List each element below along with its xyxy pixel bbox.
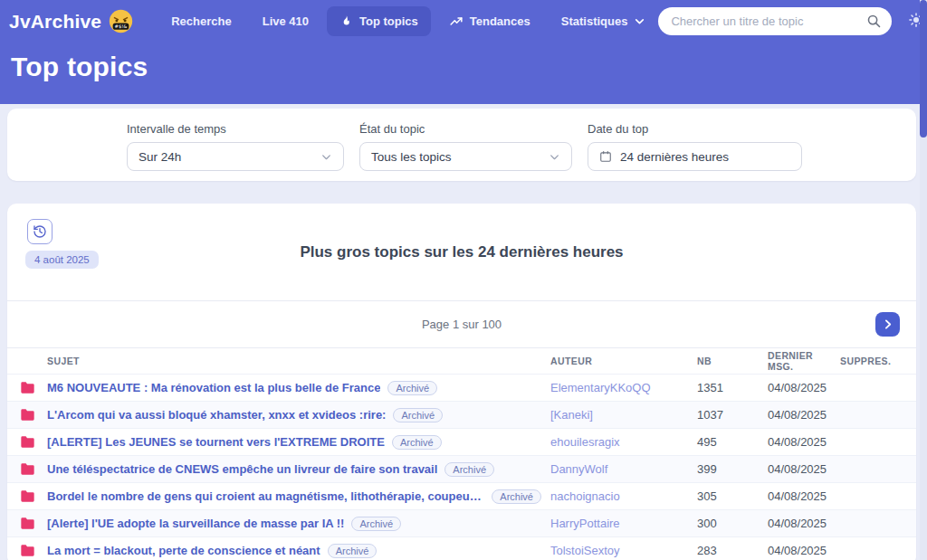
col-nb: NB — [697, 356, 768, 366]
col-subject: SUJET — [47, 356, 550, 366]
chevron-down-icon — [549, 151, 560, 163]
search-box — [658, 7, 892, 35]
chevron-down-icon — [320, 151, 332, 163]
pagination-label: Page 1 sur 100 — [422, 318, 502, 331]
flame-icon — [339, 14, 353, 28]
table-row[interactable]: M6 NOUVEAUTE : Ma rénovation est la plus… — [7, 374, 916, 401]
nav-label: Statistiques — [561, 14, 628, 28]
pagination-row: Page 1 sur 100 — [7, 300, 916, 347]
archived-badge: Archivé — [393, 408, 443, 422]
folder-icon — [20, 517, 35, 530]
table-row[interactable]: Bordel le nombre de gens qui croient au … — [7, 482, 916, 509]
filter-interval: Intervalle de temps Sur 24h — [127, 122, 344, 181]
calendar-icon — [599, 150, 612, 163]
author-link[interactable]: nachoignacio — [550, 489, 697, 503]
message-count: 1037 — [697, 408, 768, 422]
nav-label: Tendances — [470, 14, 530, 28]
date-badge[interactable]: 4 août 2025 — [25, 251, 99, 269]
table-row[interactable]: [Alerte] l'UE adopte la surveillance de … — [7, 509, 916, 536]
topic-link[interactable]: [ALERTE] Les JEUNES se tournent vers l'E… — [47, 435, 385, 449]
folder-icon — [20, 489, 35, 503]
chevron-down-icon — [634, 15, 645, 27]
nav-item-recherche[interactable]: Recherche — [158, 6, 244, 36]
table-row[interactable]: Une téléspectatrice de CNEWS empêche un … — [7, 455, 916, 482]
archived-badge: Archivé — [351, 517, 401, 531]
topic-link[interactable]: La mort = blackout, perte de conscience … — [47, 544, 320, 557]
archived-badge: Archivé — [492, 489, 541, 504]
board-header: 4 août 2025 Plus gros topics sur les 24 … — [7, 204, 916, 300]
last-message-date: 04/08/2025 — [768, 517, 840, 530]
filter-interval-label: Intervalle de temps — [127, 122, 344, 136]
author-link[interactable]: ElementaryKKoQQ — [550, 381, 697, 394]
main-nav: Recherche Live 410 Top topics Tendances … — [158, 6, 658, 36]
archived-badge: Archivé — [387, 381, 437, 395]
history-icon — [33, 224, 47, 239]
header: JvArchive #$!& Recherche Live 410 T — [0, 0, 927, 104]
page-title: Top topics — [7, 43, 916, 82]
interval-value: Sur 24h — [139, 150, 320, 164]
nav-item-live[interactable]: Live 410 — [250, 6, 321, 36]
table-header: SUJET AUTEUR NB DERNIER MSG. SUPPRES. — [7, 348, 916, 374]
nav-item-top-topics[interactable]: Top topics — [327, 6, 431, 36]
col-author: AUTEUR — [550, 356, 697, 366]
table-row[interactable]: [ALERTE] Les JEUNES se tournent vers l'E… — [7, 428, 916, 455]
state-select[interactable]: Tous les topics — [359, 142, 572, 171]
trending-up-icon — [449, 15, 464, 28]
filter-state-label: État du topic — [359, 122, 572, 136]
author-link[interactable]: HarryPottaire — [550, 517, 697, 530]
nav-label: Recherche — [171, 14, 231, 28]
nav-item-statistiques[interactable]: Statistiques — [549, 6, 659, 36]
last-message-date: 04/08/2025 — [768, 544, 840, 557]
topic-link[interactable]: Une téléspectatrice de CNEWS empêche un … — [47, 462, 437, 476]
page-content: Intervalle de temps Sur 24h État du topi… — [0, 104, 927, 560]
message-count: 399 — [697, 462, 768, 476]
folder-icon — [20, 408, 35, 422]
date-value: 24 dernières heures — [620, 150, 790, 164]
nav-item-tendances[interactable]: Tendances — [436, 6, 543, 36]
scrollbar-thumb[interactable] — [920, 0, 927, 138]
search-icon[interactable] — [866, 14, 882, 29]
topic-link[interactable]: Bordel le nombre de gens qui croient au … — [47, 489, 484, 503]
archived-badge: Archivé — [328, 544, 377, 558]
filter-date: Date du top 24 dernières heures — [588, 122, 802, 181]
filters-card: Intervalle de temps Sur 24h État du topi… — [7, 109, 916, 181]
search-input[interactable] — [658, 7, 892, 35]
folder-icon — [20, 435, 35, 449]
last-message-date: 04/08/2025 — [768, 489, 840, 503]
topic-link[interactable]: [Alerte] l'UE adopte la surveillance de … — [47, 517, 344, 530]
author-link[interactable]: TolstoiSextoy — [550, 544, 697, 557]
history-button[interactable] — [27, 219, 53, 244]
author-link[interactable]: ehouilesragix — [550, 435, 697, 449]
table-row[interactable]: L'Arcom qui va aussi bloqué xhamster, xn… — [7, 401, 916, 428]
topbar-right — [658, 7, 926, 35]
author-link[interactable]: DannyWolf — [550, 462, 697, 476]
brand-name: JvArchive — [9, 11, 101, 33]
nav-label: Top topics — [359, 14, 418, 28]
topics-table: SUJET AUTEUR NB DERNIER MSG. SUPPRES. M6… — [7, 347, 916, 560]
chevron-right-icon — [882, 318, 894, 330]
interval-select[interactable]: Sur 24h — [127, 142, 344, 171]
table-row[interactable]: La mort = blackout, perte de conscience … — [7, 536, 916, 560]
next-page-button[interactable] — [875, 312, 900, 337]
message-count: 495 — [697, 435, 768, 449]
topic-link[interactable]: M6 NOUVEAUTE : Ma rénovation est la plus… — [47, 381, 380, 394]
filter-state: État du topic Tous les topics — [359, 122, 572, 181]
svg-text:#$!&: #$!& — [115, 24, 128, 29]
author-link[interactable]: [Kaneki] — [550, 408, 697, 422]
message-count: 305 — [697, 489, 768, 503]
topic-link[interactable]: L'Arcom qui va aussi bloqué xhamster, xn… — [47, 408, 386, 422]
col-deleted: SUPPRES. — [840, 356, 905, 366]
nav-label: Live 410 — [263, 14, 309, 28]
folder-icon — [20, 544, 35, 557]
top-topics-card: 4 août 2025 Plus gros topics sur les 24 … — [7, 204, 916, 560]
archived-badge: Archivé — [444, 462, 494, 477]
last-message-date: 04/08/2025 — [768, 462, 840, 476]
scrollbar[interactable] — [920, 0, 927, 560]
message-count: 283 — [697, 544, 768, 557]
col-last-msg: DERNIER MSG. — [768, 350, 840, 372]
filter-date-label: Date du top — [588, 122, 802, 136]
archived-badge: Archivé — [392, 435, 442, 450]
date-picker[interactable]: 24 dernières heures — [588, 142, 802, 171]
brand-logo[interactable]: JvArchive #$!& — [9, 9, 133, 33]
last-message-date: 04/08/2025 — [768, 435, 840, 449]
